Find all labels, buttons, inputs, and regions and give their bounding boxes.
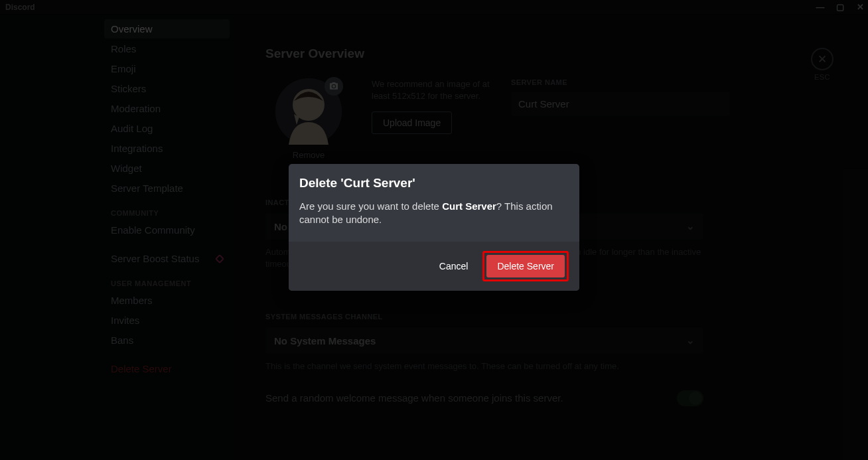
modal-body: Delete 'Curt Server' Are you sure you wa…	[289, 164, 579, 242]
modal-overlay[interactable]: Delete 'Curt Server' Are you sure you wa…	[0, 0, 868, 460]
modal-footer: Cancel Delete Server	[289, 242, 579, 291]
modal-title: Delete 'Curt Server'	[299, 176, 569, 191]
delete-server-modal: Delete 'Curt Server' Are you sure you wa…	[289, 164, 579, 291]
modal-text: Are you sure you want to delete Curt Ser…	[299, 200, 569, 227]
delete-server-highlight: Delete Server	[482, 251, 569, 281]
cancel-button[interactable]: Cancel	[439, 261, 469, 271]
delete-server-button[interactable]: Delete Server	[486, 255, 565, 277]
